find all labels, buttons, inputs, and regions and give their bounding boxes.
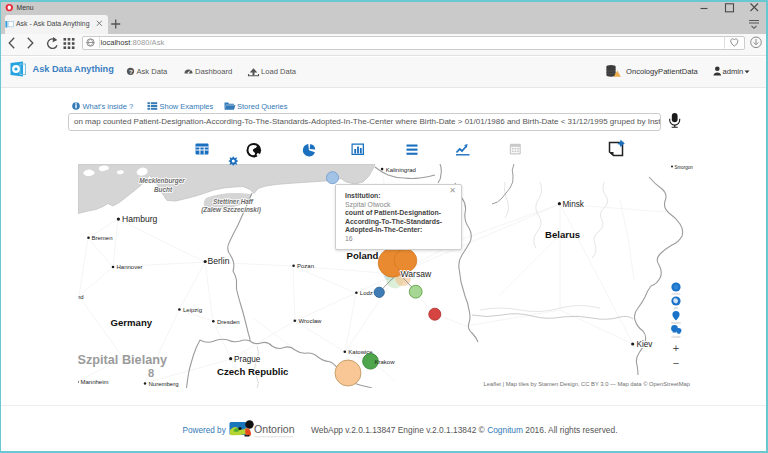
svg-text:Krakow: Krakow (375, 359, 396, 365)
svg-text:Hamburg: Hamburg (122, 214, 158, 224)
svg-text:Bucht: Bucht (154, 186, 173, 193)
svg-text:cluster: cluster (672, 335, 681, 339)
svg-text:Powered by: Powered by (183, 426, 227, 435)
svg-text:Berlin: Berlin (208, 256, 230, 266)
svg-text:8: 8 (148, 367, 154, 379)
svg-text:Belarus: Belarus (545, 229, 580, 240)
svg-text:Nuremberg: Nuremberg (149, 381, 179, 387)
svg-text:Ask Data Anything: Ask Data Anything (33, 64, 114, 74)
svg-text:Dresden: Dresden (217, 319, 240, 325)
svg-text:Pozan: Pozan (297, 263, 314, 269)
svg-text:Czech Republic: Czech Republic (217, 366, 289, 377)
svg-text:Ontorion: Ontorion (254, 423, 295, 435)
svg-text:−: − (673, 357, 679, 369)
svg-text:Dashboard: Dashboard (195, 67, 232, 76)
svg-text:admin: admin (723, 67, 744, 76)
svg-text:Mecklenburger: Mecklenburger (139, 177, 185, 185)
svg-text:(Zalew Szczecinski): (Zalew Szczecinski) (201, 206, 261, 214)
svg-text:circles: circles (672, 292, 681, 296)
svg-text:+: + (673, 342, 679, 354)
svg-text:pie: pie (674, 306, 678, 310)
svg-text:nd: nd (78, 294, 84, 300)
svg-text:Hannover: Hannover (117, 264, 143, 270)
svg-text:Mannheim: Mannheim (81, 379, 109, 385)
svg-text:localhost:8080/Ask: localhost:8080/Ask (101, 38, 165, 47)
svg-text:Menu: Menu (17, 4, 34, 11)
svg-text:Lodz: Lodz (360, 290, 373, 296)
svg-text:Ask Data: Ask Data (137, 67, 169, 76)
svg-text:Germany: Germany (111, 317, 153, 328)
svg-text:Load Data: Load Data (261, 67, 297, 76)
svg-text:Bremen: Bremen (92, 235, 113, 241)
svg-text:WebApp v.2.0.1.13847 Engine v.: WebApp v.2.0.1.13847 Engine v.2.0.1.1384… (311, 425, 617, 435)
svg-text:?: ? (129, 68, 133, 75)
svg-text:Leipzig: Leipzig (183, 307, 202, 313)
svg-text:Poland: Poland (347, 250, 379, 261)
svg-text:Warsaw: Warsaw (401, 269, 433, 279)
svg-text:Stettiner Haff: Stettiner Haff (213, 198, 254, 205)
svg-text:Ask - Ask Data Anything: Ask - Ask Data Anything (16, 20, 90, 28)
svg-text:Leaflet | Map tiles by Stamen: Leaflet | Map tiles by Stamen Design, CC… (484, 381, 690, 387)
svg-text:Minsk: Minsk (563, 200, 585, 209)
svg-text:Prague: Prague (234, 355, 261, 364)
svg-text:marker: marker (671, 321, 680, 325)
svg-text:OncologyPatientData: OncologyPatientData (626, 67, 699, 76)
svg-text:Wroclaw: Wroclaw (299, 318, 323, 324)
svg-text:Szpital Bielany: Szpital Bielany (78, 353, 167, 367)
svg-text:Kiev: Kiev (637, 340, 654, 349)
